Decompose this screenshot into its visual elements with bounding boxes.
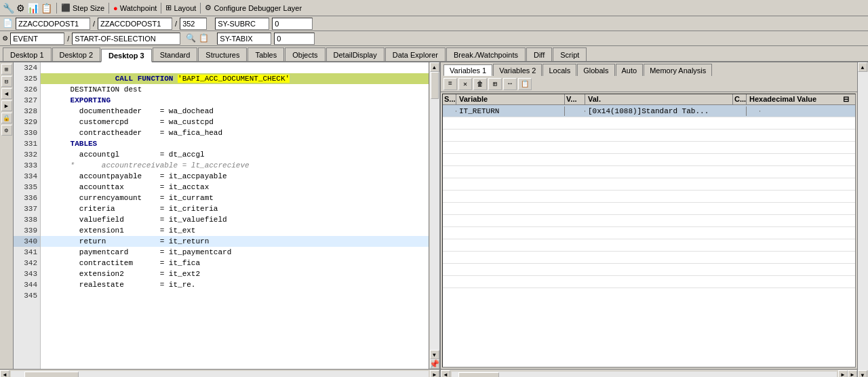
main-scroll-track[interactable]	[858, 72, 868, 370]
scroll-lock-btn[interactable]: 📌	[430, 359, 439, 369]
col-header-s: S...	[443, 94, 456, 104]
line-num-325: 325	[14, 73, 40, 84]
code-line-329: customercpd = wa_custcpd	[41, 117, 429, 127]
vars-horizontal-scrollbar[interactable]: ◀ ▶ ▶	[441, 369, 857, 377]
scroll-track[interactable]	[430, 72, 439, 350]
vars-cell-v	[565, 111, 585, 112]
event-value-field[interactable]	[72, 33, 180, 45]
vars-scroll-thumb[interactable]	[458, 372, 499, 378]
code-side-btn-2[interactable]: ⊟	[1, 76, 12, 87]
code-side-btn-5[interactable]: 🔒	[1, 113, 12, 123]
layout-button[interactable]: ⊞ Layout	[165, 3, 196, 12]
code-line-345	[41, 290, 429, 301]
vars-cell-hex	[760, 111, 855, 112]
tab-globals[interactable]: Globals	[577, 64, 614, 76]
tab-desktop3[interactable]: Desktop 3	[101, 49, 152, 62]
tab-script[interactable]: Script	[553, 47, 587, 61]
vars-table: S... Variable V... Val. C... Hexadecimal…	[442, 94, 856, 368]
vars-row-empty-5	[443, 166, 855, 178]
addr-sep-2: /	[175, 20, 177, 28]
tab-locals[interactable]: Locals	[542, 64, 576, 76]
vars-scroll-right-2[interactable]: ▶	[848, 370, 857, 378]
line-num-340: 340	[14, 236, 40, 247]
tab-desktop1[interactable]: Desktop 1	[3, 47, 52, 61]
code-line-343: extension2 = it_ext2	[41, 269, 429, 279]
tab-data-explorer[interactable]: Data Explorer	[385, 47, 446, 61]
code-editor[interactable]: CALL FUNCTION 'BAPI_ACC_DOCUMENT_CHECK' …	[41, 62, 429, 369]
addr-icon: 📄	[3, 18, 13, 28]
line-num-344: 344	[14, 279, 40, 290]
scroll-thumb[interactable]	[431, 72, 439, 99]
watchpoint-button[interactable]: ● Watchpoint	[113, 4, 157, 12]
vars-scroll-left[interactable]: ◀	[441, 370, 450, 378]
vars-btn-clipboard[interactable]: 📋	[518, 78, 532, 90]
vars-btn-exchange[interactable]: ↔	[503, 78, 517, 90]
tab-break-watchpoints[interactable]: Break./Watchpoints	[446, 47, 526, 61]
code-side-btn-1[interactable]: ⊞	[1, 64, 12, 75]
code-line-331: TABLES	[41, 138, 429, 149]
scroll-up-btn[interactable]: ▲	[430, 62, 439, 72]
code-line-340: return = it_return	[41, 236, 429, 247]
code-horizontal-scrollbar[interactable]: ◀ ▶	[0, 369, 439, 377]
scroll-right-btn[interactable]: ▶	[430, 370, 439, 378]
line-num-327: 327	[14, 95, 40, 106]
tab-standard[interactable]: Standard	[153, 47, 198, 61]
code-line-335: accounttax = it_acctax	[41, 182, 429, 193]
code-side-btn-3[interactable]: ◀	[1, 88, 12, 99]
main-scroll-up[interactable]: ▲	[858, 62, 867, 72]
tab-variables1[interactable]: Variables 1	[443, 64, 492, 77]
code-side-btn-6[interactable]: ⚙	[1, 125, 12, 136]
main-scroll-down[interactable]: ▼	[858, 370, 867, 377]
event-bar: ⚙ / 🔍 📋	[0, 31, 868, 46]
program-field-2[interactable]	[98, 18, 172, 30]
tab-structures[interactable]: Structures	[198, 47, 247, 61]
configure-debugger-icon: ⚙	[205, 3, 212, 12]
vars-scroll-right[interactable]: ▶	[838, 370, 848, 378]
h-scroll-track[interactable]	[11, 371, 429, 378]
vars-btn-delete[interactable]: ✕	[458, 78, 472, 90]
sy-tabix-value[interactable]	[274, 33, 315, 45]
line-num-342: 342	[14, 258, 40, 269]
tab-memory-analysis[interactable]: Memory Analysis	[644, 64, 712, 76]
tab-variables2[interactable]: Variables 2	[493, 64, 542, 76]
code-vertical-scrollbar[interactable]: ▲ ▼ 📌	[429, 62, 439, 369]
line-num-326: 326	[14, 84, 40, 95]
code-line-344: realestate = it_re.	[41, 279, 429, 290]
col-header-val: Val.	[585, 94, 733, 104]
vars-btn-table[interactable]: ≡	[443, 78, 457, 90]
configure-debugger-button[interactable]: ⚙ Configure Debugger Layer	[205, 3, 302, 12]
tab-diff[interactable]: Diff	[526, 47, 552, 61]
line-num-332: 332	[14, 149, 40, 160]
event-label-field[interactable]	[10, 33, 64, 45]
sy-subrc-value[interactable]	[272, 18, 313, 30]
code-side-btn-4[interactable]: ▶	[1, 100, 12, 111]
addr-sep-1: /	[93, 20, 95, 28]
program-field-1[interactable]	[16, 18, 90, 30]
line-number-field[interactable]	[180, 18, 207, 30]
event-icon: ⚙	[3, 33, 7, 43]
col-header-v: V...	[565, 94, 585, 104]
scroll-down-btn[interactable]: ▼	[430, 350, 439, 359]
tab-tables[interactable]: Tables	[248, 47, 284, 61]
scroll-left-btn[interactable]: ◀	[0, 370, 9, 378]
line-num-345: 345	[14, 290, 40, 301]
main-right-scrollbar[interactable]: ▲ ▼	[857, 62, 868, 377]
event-icon-3: 📋	[199, 33, 209, 43]
vars-btn-trash[interactable]: 🗑	[473, 78, 487, 90]
tab-detaildisplay[interactable]: DetailDisplay	[326, 47, 384, 61]
vars-row-it-return[interactable]: IT_RETURN [0x14(1088)]Standard Tab...	[443, 105, 855, 117]
code-line-337: criteria = it_criteria	[41, 203, 429, 214]
vars-toolbar: ≡ ✕ 🗑 ⊞ ↔ 📋	[441, 76, 857, 92]
line-num-335: 335	[14, 182, 40, 193]
variables-panel: Variables 1 Variables 2 Locals Globals A…	[441, 62, 857, 377]
tab-desktop2[interactable]: Desktop 2	[52, 47, 101, 61]
step-size-button[interactable]: ⬛ Step Size	[61, 3, 104, 12]
code-line-333: * accountreceivable = lt_accrecieve	[41, 160, 429, 171]
vars-scroll-track[interactable]	[452, 372, 837, 378]
h-scroll-thumb[interactable]	[24, 372, 79, 378]
vars-btn-add[interactable]: ⊞	[488, 78, 502, 90]
line-num-339: 339	[14, 225, 40, 236]
tab-auto[interactable]: Auto	[616, 64, 644, 76]
watchpoint-icon: ●	[113, 4, 118, 12]
tab-objects[interactable]: Objects	[285, 47, 325, 61]
